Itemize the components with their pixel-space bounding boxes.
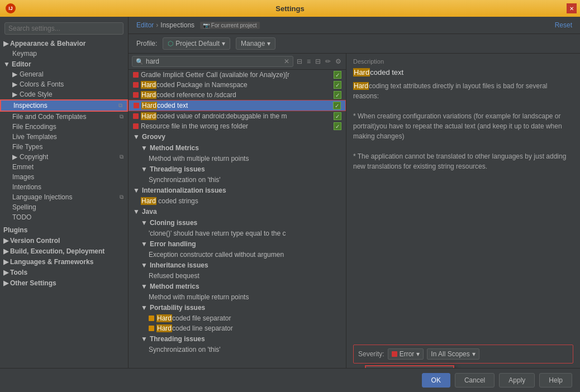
list-item[interactable]: Method with multiple return points <box>129 292 346 302</box>
severity-indicator <box>133 82 139 88</box>
apply-button[interactable]: Apply <box>499 373 535 388</box>
filter-icon[interactable]: ⊟ <box>296 56 303 66</box>
list-item[interactable]: Resource file in the wrong res folder ✓ <box>129 121 346 131</box>
list-item[interactable]: Hardcoded line separator <box>129 323 346 333</box>
group-header-cloning[interactable]: ▼ Cloning issues <box>129 217 346 228</box>
app-logo: IJ <box>6 3 16 13</box>
chevron-right-icon: ▶ <box>12 153 17 161</box>
expand-all-icon[interactable]: ≡ <box>306 56 312 66</box>
list-item[interactable]: Synchronization on 'this' <box>129 175 346 185</box>
sidebar-item-inspections[interactable]: Inspections ⧉ <box>0 99 128 112</box>
sidebar-item-colors-fonts[interactable]: ▶ Colors & Fonts <box>0 79 128 89</box>
sidebar-item-file-encodings[interactable]: File Encodings <box>0 122 128 132</box>
item-text: Hardcoded Package in Namespace <box>141 81 334 89</box>
sidebar-item-keymap[interactable]: Keymap <box>0 49 128 59</box>
close-button[interactable]: ✕ <box>567 3 577 13</box>
sidebar-item-spelling[interactable]: Spelling <box>0 202 128 212</box>
chevron-down-icon: ▼ <box>141 240 148 248</box>
sidebar-item-editor[interactable]: ▼ Editor <box>0 59 128 69</box>
item-text: Synchronization on 'this' <box>149 346 341 353</box>
list-item[interactable]: Exception constructor called without arg… <box>129 250 346 260</box>
group-header-error-handling[interactable]: ▼ Error handling <box>129 238 346 250</box>
collapse-all-icon[interactable]: ⊟ <box>314 56 322 66</box>
sidebar: ▶ Appearance & Behavior Keymap ▼ Editor … <box>0 17 129 368</box>
severity-indicator <box>133 123 139 129</box>
list-item[interactable]: Method with multiple return points <box>129 154 346 164</box>
search-input[interactable] <box>146 58 282 65</box>
item-text: Hard coded strings <box>141 197 341 205</box>
hard-highlight: Hard <box>156 314 172 322</box>
item-checkbox[interactable]: ✓ <box>334 81 341 89</box>
title-suffix: coded text <box>370 68 403 77</box>
sidebar-item-other[interactable]: ▶ Other Settings <box>0 278 128 288</box>
list-item[interactable]: Gradle Implicit Getter Call (available f… <box>129 70 346 80</box>
profile-dropdown[interactable]: ⬡ Project Default ▾ <box>163 37 230 50</box>
chevron-down-icon: ▼ <box>141 144 148 152</box>
chevron-down-icon: ▾ <box>416 350 420 358</box>
sidebar-item-intentions[interactable]: Intentions <box>0 182 128 192</box>
sidebar-item-languages[interactable]: ▶ Languages & Frameworks <box>0 256 128 267</box>
sidebar-item-language-injections[interactable]: Language Injections ⧉ <box>0 192 128 202</box>
sidebar-item-emmet[interactable]: Emmet <box>0 162 128 172</box>
scope-dropdown[interactable]: In All Scopes ▾ <box>427 348 479 360</box>
item-checkbox[interactable]: ✓ <box>334 122 341 130</box>
group-header-java[interactable]: ▼ Java <box>129 206 346 217</box>
item-text: Hardcoded reference to /sdcard <box>141 91 334 99</box>
sidebar-item-build[interactable]: ▶ Build, Execution, Deployment <box>0 246 128 256</box>
group-header-method-metrics[interactable]: ▼ Method Metrics <box>129 142 346 154</box>
sidebar-item-copyright[interactable]: ▶ Copyright ⧉ <box>0 152 128 162</box>
sidebar-item-code-style[interactable]: ▶ Code Style <box>0 89 128 99</box>
group-header-inheritance[interactable]: ▼ Inheritance issues <box>129 260 346 271</box>
group-header-groovy[interactable]: ▼ Groovy <box>129 131 346 142</box>
list-item[interactable]: Hardcoded file separator <box>129 313 346 323</box>
clear-search-icon[interactable]: ✕ <box>284 58 289 65</box>
edit-icon[interactable]: ✏ <box>324 56 332 66</box>
item-checkbox[interactable]: ✓ <box>334 71 341 79</box>
chevron-down-icon: ▼ <box>141 283 148 290</box>
list-item[interactable]: Hard coded strings <box>129 196 346 206</box>
sidebar-item-file-types[interactable]: File Types <box>0 142 128 152</box>
dropdown-item-typo[interactable]: ✓ Typo <box>366 366 453 368</box>
group-header-threading2[interactable]: ▼ Threading issues <box>129 333 346 345</box>
group-label: Java <box>142 208 157 216</box>
sidebar-item-live-templates[interactable]: Live Templates <box>0 132 128 142</box>
sidebar-item-images[interactable]: Images <box>0 172 128 182</box>
severity-dropdown[interactable]: Error ▾ <box>388 348 424 360</box>
breadcrumb-bar: Editor › Inspections 📷 For current proje… <box>129 17 580 34</box>
list-item[interactable]: Synchronization on 'this' <box>129 345 346 355</box>
sidebar-item-file-code-templates[interactable]: File and Code Templates ⧉ <box>0 112 128 122</box>
item-checkbox[interactable]: ✓ <box>334 91 341 99</box>
reset-link[interactable]: Reset <box>555 21 572 29</box>
list-item[interactable]: Hardcoded reference to /sdcard ✓ <box>129 90 346 100</box>
group-header-method-metrics2[interactable]: ▼ Method metrics <box>129 281 346 292</box>
hard-highlight: Hard <box>141 81 156 89</box>
item-checkbox[interactable]: ✓ <box>334 112 341 120</box>
list-item[interactable]: Hardcoded value of android:debuggable in… <box>129 111 346 121</box>
sidebar-item-version-control[interactable]: ▶ Version Control <box>0 235 128 246</box>
list-item[interactable]: Hardcoded Package in Namespace ✓ <box>129 80 346 90</box>
item-checkbox[interactable]: ✓ <box>333 102 341 109</box>
list-item[interactable]: 'clone()' should have return type equal … <box>129 228 346 238</box>
help-button[interactable]: Help <box>539 373 572 388</box>
list-item-selected[interactable]: Hardcoded text ✓ <box>129 100 346 111</box>
sidebar-item-tools[interactable]: ▶ Tools <box>0 267 128 278</box>
cancel-button[interactable]: Cancel <box>455 373 495 388</box>
item-text: Gradle Implicit Getter Call (available f… <box>141 71 334 79</box>
sidebar-search-input[interactable] <box>4 22 123 35</box>
sidebar-item-plugins[interactable]: Plugins <box>0 224 128 235</box>
breadcrumb-editor[interactable]: Editor <box>136 21 154 29</box>
manage-button[interactable]: Manage ▾ <box>236 37 275 50</box>
sidebar-item-todo[interactable]: TODO <box>0 212 128 222</box>
list-item[interactable]: Refused bequest <box>129 271 346 281</box>
group-header-portability[interactable]: ▼ Portability issues <box>129 302 346 313</box>
ok-button[interactable]: OK <box>422 373 450 388</box>
sidebar-item-appearance[interactable]: ▶ Appearance & Behavior <box>0 38 128 49</box>
severity-dropdown-menu: ✓ Typo Server Problem <box>365 365 454 368</box>
group-header-i18n[interactable]: ▼ Internationalization issues <box>129 185 346 196</box>
sidebar-item-general[interactable]: ▶ General <box>0 69 128 79</box>
group-header-threading[interactable]: ▼ Threading issues <box>129 164 346 175</box>
settings-icon[interactable]: ⚙ <box>334 56 343 66</box>
chevron-right-icon: ▶ <box>3 247 8 255</box>
severity-indicator <box>149 326 154 331</box>
bottom-bar: OK Cancel Apply Help <box>0 368 580 392</box>
